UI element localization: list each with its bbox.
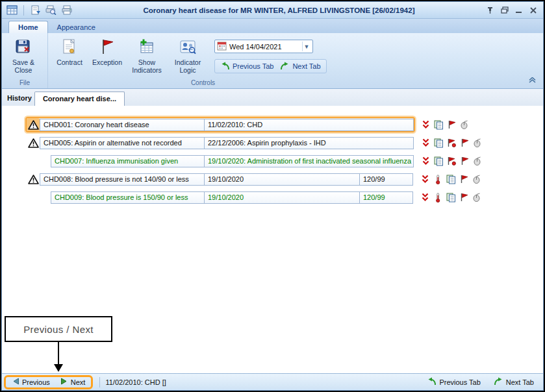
annotation-arrow-head xyxy=(54,364,63,372)
expand-chevrons-icon[interactable] xyxy=(420,138,431,148)
thermometer-icon[interactable] xyxy=(433,192,443,202)
file-group-caption: File xyxy=(5,79,45,88)
chevron-down-icon[interactable]: ▼ xyxy=(302,42,311,51)
controls-right-stack: Wed 14/04/2021 ▼ Previous Tab xyxy=(214,35,327,73)
indicator-row-main[interactable]: CHD007: Influenza immunisation given 19/… xyxy=(51,155,414,167)
previous-tab-button[interactable]: Previous Tab xyxy=(220,62,273,71)
previous-tab-arrow-icon xyxy=(220,62,230,71)
warning-icon xyxy=(27,173,40,186)
contract-label: Contract xyxy=(57,58,82,66)
ribbon-tab-row: Home Appearance xyxy=(2,19,543,33)
tab-appearance[interactable]: Appearance xyxy=(48,21,105,33)
indicator-date-cell[interactable]: 19/10/2020 xyxy=(204,191,360,204)
indicator-row-main[interactable]: CHD009: Blood pressure is 150/90 or less… xyxy=(51,191,413,204)
ribbon: Save & Close File Contract xyxy=(2,33,543,89)
statusbar-tab-nav: Previous Tab Next Tab xyxy=(427,377,543,387)
restore-icon[interactable] xyxy=(500,5,509,15)
previous-button[interactable]: Previous xyxy=(12,378,50,386)
flag-icon[interactable] xyxy=(459,156,470,166)
print-preview-icon[interactable] xyxy=(45,4,57,16)
mouse-icon[interactable] xyxy=(472,138,483,148)
expand-chevrons-icon[interactable] xyxy=(420,192,430,202)
flag-alert-icon[interactable] xyxy=(446,138,457,148)
exception-button[interactable]: Exception xyxy=(88,35,126,77)
previous-tab-label: Previous Tab xyxy=(439,378,480,386)
show-indicators-icon xyxy=(138,38,155,57)
ribbon-group-file: Save & Close File xyxy=(2,33,47,88)
flag-icon[interactable] xyxy=(459,138,470,148)
report-icon[interactable] xyxy=(29,4,42,16)
indicator-row-main[interactable]: CHD001: Coronary heart disease 11/02/201… xyxy=(27,118,414,131)
indicator-detail-text: 19/10/2020 xyxy=(208,193,244,201)
flag-icon[interactable] xyxy=(446,119,457,130)
row-action-icons xyxy=(420,138,483,148)
indicator-code-cell[interactable]: CHD007: Influenza immunisation given xyxy=(51,155,205,167)
minimize-icon[interactable] xyxy=(514,5,524,15)
copy-pages-icon[interactable] xyxy=(433,156,444,166)
indicator-row-main[interactable]: CHD008: Blood pressure is not 140/90 or … xyxy=(27,173,413,186)
indicator-detail-cell[interactable]: 19/10/2020: Administration of first inac… xyxy=(204,155,414,167)
show-indicators-button[interactable]: Show Indicators xyxy=(126,35,168,77)
next-label: Next xyxy=(71,378,86,386)
exception-label: Exception xyxy=(92,58,122,66)
copy-pages-icon[interactable] xyxy=(446,192,456,202)
next-tab-button-status[interactable]: Next Tab xyxy=(494,377,534,387)
indicator-detail-cell[interactable]: 22/12/2006: Aspirin prophylaxis - IHD xyxy=(204,137,414,149)
indicator-code-cell[interactable]: CHD005: Aspirin or alternative not recor… xyxy=(40,137,205,149)
mouse-icon[interactable] xyxy=(459,119,470,130)
app-grid-icon[interactable] xyxy=(6,4,18,16)
thermometer-icon[interactable] xyxy=(433,174,443,184)
save-close-button[interactable]: Save & Close xyxy=(5,35,42,77)
row-action-icons xyxy=(420,156,483,166)
indicator-row-main[interactable]: CHD005: Aspirin or alternative not recor… xyxy=(27,136,414,149)
indicator-code-cell[interactable]: CHD001: Coronary heart disease xyxy=(40,119,205,131)
close-icon[interactable] xyxy=(528,5,538,15)
copy-pages-icon[interactable] xyxy=(433,138,444,148)
indicator-code-text: CHD007: Influenza immunisation given xyxy=(55,157,178,165)
indicator-code-cell[interactable]: CHD009: Blood pressure is 150/90 or less xyxy=(51,191,205,204)
indicator-value-cell[interactable]: 120/99 xyxy=(359,191,413,204)
tab-history[interactable]: History xyxy=(6,94,34,106)
indicator-detail-text: 19/10/2020 xyxy=(208,175,244,183)
tab-coronary-heart-disease[interactable]: Coronary heart dise... xyxy=(34,92,125,106)
indicator-code-cell[interactable]: CHD008: Blood pressure is not 140/90 or … xyxy=(40,173,205,186)
app-window: Coronary heart disease for MR WINTER, AL… xyxy=(1,1,544,391)
titlebar: Coronary heart disease for MR WINTER, AL… xyxy=(2,2,543,19)
flag-icon[interactable] xyxy=(459,192,469,202)
previous-tab-button-status[interactable]: Previous Tab xyxy=(427,377,480,387)
save-close-icon xyxy=(15,38,32,57)
indicator-value-cell[interactable]: 120/99 xyxy=(359,173,413,186)
copy-pages-icon[interactable] xyxy=(433,119,444,130)
table-row: CHD008: Blood pressure is not 140/90 or … xyxy=(27,172,543,186)
indicator-logic-button[interactable]: Indicator Logic xyxy=(168,35,208,77)
flag-alert-icon[interactable] xyxy=(446,156,457,166)
statusbar: Previous Next 11/02/2010: CHD [] Previou… xyxy=(2,373,543,390)
previous-label: Previous xyxy=(22,378,50,386)
collapse-ribbon-icon[interactable] xyxy=(528,74,537,86)
expand-chevrons-icon[interactable] xyxy=(420,174,430,184)
next-button[interactable]: Next xyxy=(60,378,86,386)
copy-pages-icon[interactable] xyxy=(446,174,456,184)
row-action-icons xyxy=(420,174,482,184)
mouse-icon[interactable] xyxy=(472,174,482,184)
next-arrow-icon xyxy=(60,378,68,386)
next-tab-arrow-icon xyxy=(280,62,290,71)
indicator-date-cell[interactable]: 19/10/2020 xyxy=(204,173,360,186)
next-tab-button[interactable]: Next Tab xyxy=(280,62,320,71)
indicator-detail-cell[interactable]: 11/02/2010: CHD xyxy=(204,119,414,131)
date-picker[interactable]: Wed 14/04/2021 ▼ xyxy=(214,40,313,53)
mouse-icon[interactable] xyxy=(472,192,482,202)
toolbar-separator xyxy=(23,5,24,16)
flag-icon[interactable] xyxy=(459,174,469,184)
tab-home[interactable]: Home xyxy=(8,21,48,33)
next-tab-label: Next Tab xyxy=(506,378,534,386)
exception-flag-icon xyxy=(99,38,115,57)
annotation-callout: Previous / Next xyxy=(5,316,112,342)
contract-button[interactable]: Contract xyxy=(51,35,88,77)
mouse-icon[interactable] xyxy=(472,156,483,166)
tab-appearance-label: Appearance xyxy=(57,23,95,31)
expand-chevrons-icon[interactable] xyxy=(420,156,431,166)
pin-icon[interactable] xyxy=(485,5,495,15)
expand-chevrons-icon[interactable] xyxy=(420,119,431,130)
print-icon[interactable] xyxy=(60,4,73,16)
